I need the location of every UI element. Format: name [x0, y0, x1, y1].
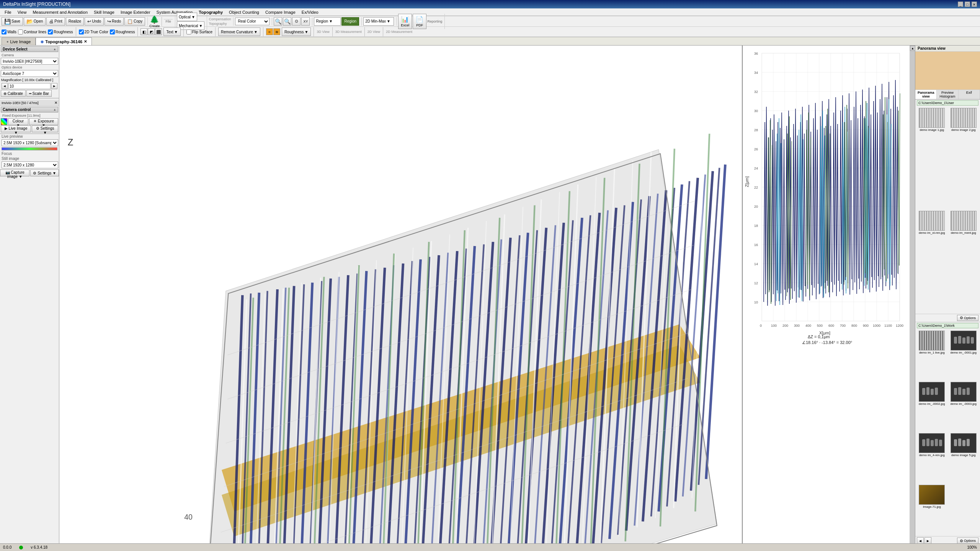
thumbnail-3[interactable]: demo im_xt-ren.jpg [917, 211, 947, 312]
realize-button[interactable]: Realize [66, 17, 84, 26]
roughness-icon-1[interactable]: ≈ [266, 28, 273, 35]
svg-text:400: 400 [805, 324, 811, 328]
thumbnail-10[interactable]: demo image 5.jpg [949, 433, 979, 483]
menu-file[interactable]: File [2, 9, 15, 15]
min-max-btn[interactable]: 2D Min-Max ▼ [363, 17, 394, 26]
live-preview-label: Live preview [0, 134, 59, 139]
optical-dropdown[interactable]: Optical ▼ [177, 13, 197, 21]
text-btn[interactable]: Text ▼ [163, 28, 180, 36]
copy-button[interactable]: 📋 Copy [124, 17, 145, 26]
optics-select[interactable]: AxioScope 7 [1, 70, 58, 77]
mag-label: Magnification [ 10.00x Calibrated ] [1, 78, 54, 82]
menu-skill[interactable]: Skill Image [91, 9, 118, 15]
camera-select[interactable]: Invivio-10EII [#K27569] [1, 58, 58, 65]
status-zoom: 100% [967, 545, 977, 549]
mag-input[interactable] [8, 83, 51, 89]
redo-button[interactable]: ↪ Redo [105, 17, 124, 26]
thumbnail-6[interactable]: demo im_-0001.jpg [949, 331, 979, 380]
print-button[interactable]: 🖨 Print [46, 17, 65, 26]
device-select-section: Device Select ▲ Camera Invivio-10EII [#K… [0, 46, 59, 98]
preview-size-select[interactable]: 2.5M 1920 x 1280 [Subsampled x2] [2, 139, 58, 146]
mag-decrement[interactable]: ◄ [2, 83, 8, 89]
settings-btn[interactable]: ⚙ Settings ▼ [32, 126, 58, 132]
roughness-text-btn[interactable]: Roughness ▼ [282, 28, 311, 36]
mag-increment[interactable]: ► [51, 83, 57, 89]
thumb-dark-5 [951, 434, 976, 453]
min-max-group: 2D Min-Max ▼ [363, 17, 397, 26]
settings2-btn[interactable]: ⚙ Settings ▼ [30, 170, 59, 176]
mag-input-row: ◄ ► [1, 83, 58, 90]
icon-btn-1[interactable]: ◧ [140, 28, 147, 35]
device-select-header[interactable]: Device Select ▲ [1, 46, 58, 52]
thumb-dark-4 [919, 434, 944, 453]
thumbnail-label-11: Image-71.jpg [923, 505, 941, 509]
remove-curvature-btn[interactable]: Remove Curvature ▼ [218, 28, 260, 36]
options-btn-2[interactable]: ⚙ Options [957, 538, 978, 544]
menu-view[interactable]: View [15, 9, 30, 15]
xy-btn[interactable]: XY [301, 17, 310, 26]
icon-btn-2[interactable]: ◩ [148, 28, 155, 35]
create-group: 🌲 Create File [149, 15, 175, 28]
roughness-icon-2[interactable]: ≋ [273, 28, 280, 35]
svg-text:30: 30 [754, 109, 758, 113]
zoom-in-btn[interactable]: 🔍 [283, 17, 291, 26]
menu-video[interactable]: Ex/Video [299, 9, 322, 15]
svg-text:100: 100 [771, 324, 777, 328]
svg-text:20: 20 [754, 205, 758, 209]
tab-preview-histogram[interactable]: Preview Histogram [937, 90, 958, 99]
zoom-reset-btn[interactable]: ⊙ [292, 17, 301, 26]
scroll-up-right-btn[interactable]: ▲ [910, 46, 915, 51]
still-size-select[interactable]: 2.5M 1920 x 1280 [2, 161, 58, 168]
svg-rect-217 [935, 388, 938, 395]
scale-bar-btn[interactable]: ━ Scale Bar [26, 90, 52, 97]
undo-button[interactable]: ↩ Undo [85, 17, 104, 26]
vscroll-right: ▲ ▼ [910, 46, 915, 551]
thumbnail-8[interactable]: demo im_-0003.jpg [949, 382, 979, 432]
options-btn-1[interactable]: ⚙ Options [957, 315, 978, 321]
svg-rect-220 [962, 389, 965, 395]
tab-exif[interactable]: Exif [959, 90, 980, 99]
walls-check[interactable]: Walls [2, 29, 16, 34]
menu-compare[interactable]: Compare Image [262, 9, 299, 15]
camera-close-icon[interactable]: ✕ [54, 101, 57, 105]
topo-group: Compensation Topography [209, 17, 234, 26]
live-image-btn[interactable]: ▶ Live Image ▼ [1, 126, 31, 132]
minimize-btn[interactable]: _ [958, 2, 963, 7]
icon-btn-3[interactable]: ⬛ [155, 28, 162, 35]
colour-exposure-row: Colour ▼ ☀ Exposure ▼ [1, 118, 58, 125]
create-button[interactable]: 🌲 Create [149, 15, 160, 28]
menu-object-counting[interactable]: Object Counting [226, 9, 262, 15]
menu-extender[interactable]: Image Extender [118, 9, 154, 15]
thumbnail-5[interactable]: demo im_1 live.jpg [917, 331, 947, 380]
contour-check[interactable]: Contour lines [18, 29, 46, 34]
thumbnail-11[interactable]: Image-71.jpg [917, 485, 947, 535]
region-dropdown[interactable]: Region ▼ [314, 17, 341, 26]
profile-chart: Z[μm] 36 34 32 30 28 26 24 22 20 18 16 1… [743, 46, 907, 344]
thumbnail-2[interactable]: demo image 2.jpg [949, 108, 979, 209]
close-btn[interactable]: ✕ [972, 2, 977, 7]
open-button[interactable]: 📂 Open [24, 17, 46, 26]
camera-control-header[interactable]: Camera control ▲ [1, 107, 58, 112]
color-mode-select[interactable]: Real Color [235, 18, 270, 25]
zoom-out-btn[interactable]: 🔍 [274, 17, 282, 26]
thumbnail-9[interactable]: demo im_4-ren.jpg [917, 433, 947, 483]
menu-measurement[interactable]: Measurement and Annotation [29, 9, 91, 15]
tab-topography[interactable]: ◉ Topography-36146 ✕ [36, 37, 92, 45]
tab-live-image[interactable]: ● Live Image [2, 37, 36, 45]
thumbnail-7[interactable]: demo im_-0002.jpg [917, 382, 947, 432]
flip-check[interactable]: Flip Surface [186, 29, 212, 34]
region-action-btn[interactable]: Region [341, 17, 359, 26]
save-button[interactable]: 💾 Save [2, 17, 23, 26]
roughness-2d-check[interactable]: Roughness [110, 29, 135, 34]
capture-btn[interactable]: 📷 Capture image ▼ [0, 170, 29, 176]
thumbnail-4[interactable]: demo im_ment.jpg [949, 211, 979, 312]
maximize-btn[interactable]: □ [965, 2, 970, 7]
thumbnail-1[interactable]: demo image 1.jpg [917, 108, 947, 209]
exposure-btn[interactable]: ☀ Exposure ▼ [29, 118, 58, 125]
roughness-check[interactable]: Roughness [48, 29, 73, 34]
tab-close-icon[interactable]: ✕ [84, 39, 87, 44]
colour-btn[interactable]: Colour ▼ [8, 118, 28, 125]
true-color-check[interactable]: 2D True Color [79, 29, 108, 34]
tab-panorama-view[interactable]: Panorama view [915, 90, 937, 99]
calibrate-btn[interactable]: ⊕ Calibrate [1, 90, 26, 97]
